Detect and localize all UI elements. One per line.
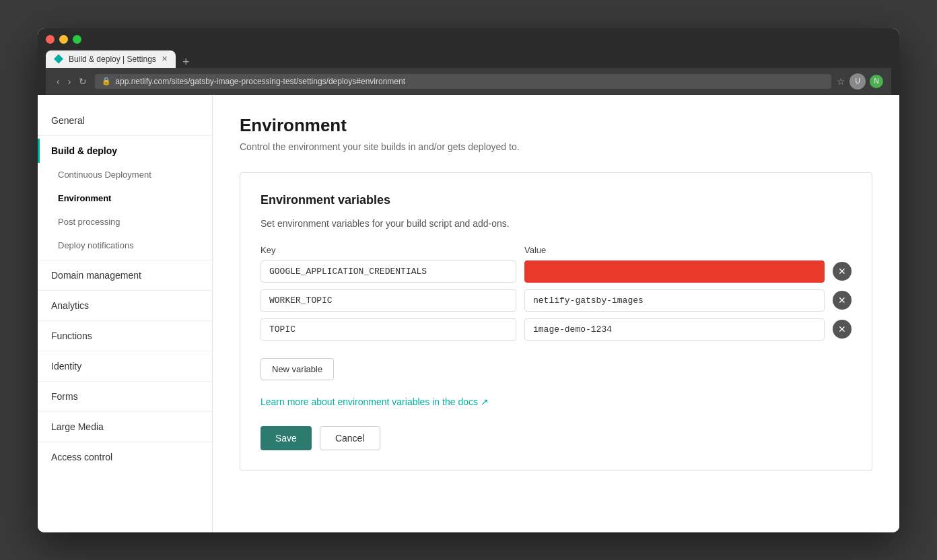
sidebar-divider [38,135,212,136]
sidebar-item-post-processing[interactable]: Post processing [38,210,212,234]
value-column-header: Value [524,245,822,255]
table-row: ✕ [261,260,852,283]
action-buttons: Save Cancel [261,426,852,450]
sidebar-item-general[interactable]: General [38,108,212,133]
reload-button[interactable]: ↻ [76,75,90,88]
url-bar[interactable]: 🔒 app.netlify.com/sites/gatsby-image-pro… [95,74,831,89]
card-title: Environment variables [261,193,852,207]
tab-title: Build & deploy | Settings [69,55,156,64]
extension-icon[interactable]: N [870,75,883,88]
sidebar-item-deploy-notifications[interactable]: Deploy notifications [38,234,212,257]
env-value-input-3[interactable] [524,318,825,341]
table-row: ✕ [261,289,852,312]
sidebar-divider-6 [38,381,212,382]
sidebar-item-forms[interactable]: Forms [38,384,212,409]
new-variable-button[interactable]: New variable [261,358,334,380]
browser-window: Build & deploy | Settings ✕ + ‹ › ↻ 🔒 ap… [38,28,899,532]
nav-buttons: ‹ › ↻ [54,75,90,88]
maximize-button[interactable] [73,35,81,44]
sidebar-item-continuous-deployment[interactable]: Continuous Deployment [38,163,212,186]
active-tab[interactable]: Build & deploy | Settings ✕ [46,50,176,68]
remove-variable-button-2[interactable]: ✕ [833,291,852,310]
sidebar-divider-8 [38,442,212,442]
minimize-button[interactable] [59,35,68,44]
key-column-header: Key [261,245,516,255]
card-description: Set environment variables for your build… [261,218,852,229]
page-title: Environment [240,115,872,136]
tab-close-button[interactable]: ✕ [162,55,168,63]
env-key-input-2[interactable] [261,289,516,312]
bookmark-button[interactable]: ☆ [837,76,845,87]
sidebar: General Build & deploy Continuous Deploy… [38,95,213,532]
browser-actions: ☆ U N [837,73,883,90]
sidebar-divider-4 [38,320,212,321]
remove-variable-button-1[interactable]: ✕ [833,262,852,281]
sidebar-item-domain-management[interactable]: Domain management [38,263,212,287]
sidebar-divider-3 [38,290,212,291]
address-bar: ‹ › ↻ 🔒 app.netlify.com/sites/gatsby-ima… [46,68,891,95]
sidebar-item-environment[interactable]: Environment [38,186,212,210]
browser-chrome: Build & deploy | Settings ✕ + ‹ › ↻ 🔒 ap… [38,28,899,95]
page-content: General Build & deploy Continuous Deploy… [38,95,899,532]
sidebar-divider-2 [38,260,212,260]
env-variables-table: Key Value ✕ ✕ [261,245,852,341]
env-value-input-1[interactable] [524,260,825,283]
page-subtitle: Control the environment your site builds… [240,141,872,152]
sidebar-divider-5 [38,351,212,351]
sidebar-item-build-deploy[interactable]: Build & deploy [38,139,212,163]
sidebar-divider-7 [38,411,212,412]
environment-variables-card: Environment variables Set environment va… [240,172,872,471]
cancel-button[interactable]: Cancel [320,426,380,450]
tab-bar: Build & deploy | Settings ✕ + [46,50,891,68]
sidebar-item-identity[interactable]: Identity [38,354,212,378]
env-value-input-2[interactable] [524,289,825,312]
user-avatar[interactable]: U [849,73,866,90]
sidebar-item-large-media[interactable]: Large Media [38,415,212,439]
lock-icon: 🔒 [102,77,111,85]
save-button[interactable]: Save [261,426,312,450]
env-key-input-3[interactable] [261,318,516,341]
back-button[interactable]: ‹ [54,75,63,88]
url-text: app.netlify.com/sites/gatsby-image-proce… [115,77,405,86]
env-header-row: Key Value [261,245,852,255]
env-key-input-1[interactable] [261,260,516,283]
sidebar-item-access-control[interactable]: Access control [38,445,212,469]
main-content: Environment Control the environment your… [213,95,899,532]
remove-variable-button-3[interactable]: ✕ [833,320,852,339]
close-button[interactable] [46,35,55,44]
sidebar-item-functions[interactable]: Functions [38,324,212,348]
table-row: ✕ [261,318,852,341]
sidebar-item-analytics[interactable]: Analytics [38,293,212,318]
tab-favicon [54,55,63,64]
traffic-lights [46,35,891,50]
forward-button[interactable]: › [65,75,74,88]
learn-more-link[interactable]: Learn more about environment variables i… [261,396,852,407]
new-tab-button[interactable]: + [177,56,195,68]
